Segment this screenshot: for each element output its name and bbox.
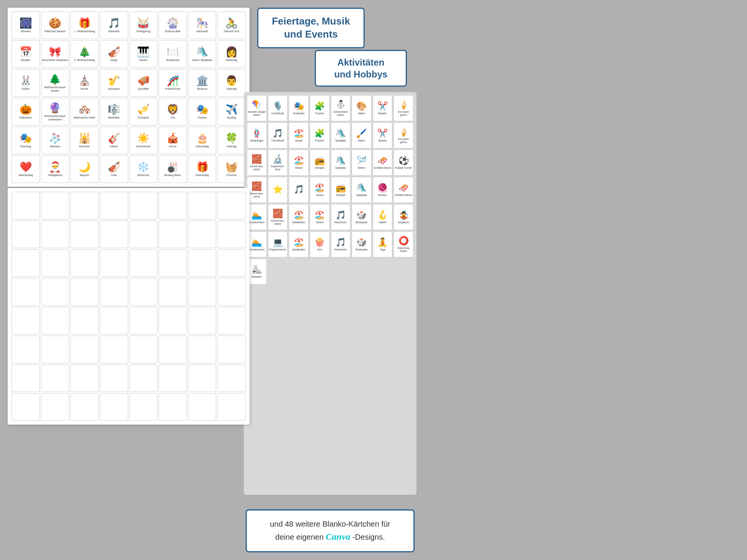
card-icon: 🪗 [137, 75, 149, 87]
blank-cell [41, 307, 69, 334]
act-icon: 🔬 [273, 154, 283, 164]
card-label: Freizeit-Park [165, 87, 180, 91]
card-icon: ✈️ [225, 104, 238, 115]
card-cell: 🔮 Weihnachts-baum schmücken [41, 98, 69, 125]
activity-cell: 💻 Programmieren [268, 231, 288, 257]
card-label: Querflöte [138, 87, 149, 91]
card-icon: 🎸 [108, 132, 120, 144]
activity-cell: ✂️ Basteln [373, 95, 393, 121]
card-label: Klarinette [108, 30, 120, 33]
card-cell: 🎻 Geige [100, 40, 128, 68]
act-icon: 🪢 [251, 128, 262, 138]
card-label: Jahrmarkt [196, 30, 208, 33]
card-label: Halloween [19, 116, 32, 119]
act-icon: 🎙️ [273, 101, 283, 111]
blank-cell [129, 249, 158, 277]
card-cell: ✈️ Ausflug [217, 98, 246, 125]
card-label: Plätzchen backen [45, 30, 66, 33]
blank-cell [129, 192, 158, 219]
blank-cell [129, 278, 158, 306]
card-icon: 🎃 [20, 104, 32, 115]
activity-cell: 🎵 [289, 177, 309, 203]
blank-cell [12, 221, 40, 248]
act-icon: 🎵 [335, 237, 346, 247]
act-icon: 🧶 [377, 183, 388, 193]
card-cell: 🌲 Weihnachts-baum kaufen [41, 69, 69, 97]
canva-brand: Canva [326, 532, 350, 542]
activity-cell: 🎵 Musizieren [331, 204, 351, 230]
blank-cell [188, 249, 216, 277]
card-label: Winterzeit [137, 174, 149, 177]
act-icon: 🛝 [356, 183, 367, 193]
card-label: Fahrrad-Tour [224, 30, 239, 33]
activity-cell: 🛷 Schlitten fahren [373, 150, 393, 176]
blank-cell [129, 336, 158, 363]
card-label: Nikolaus [50, 145, 60, 148]
card-icon: 🌲 [49, 73, 61, 85]
card-cell: 🐰 Ostern [12, 69, 40, 97]
activity-cell: ⛸️ Eislaufen [247, 259, 267, 285]
blank-panel [8, 188, 250, 425]
card-icon: 🎆 [20, 17, 32, 29]
activity-cell: 🛝 Spielplatz [352, 177, 372, 203]
blank-cell [188, 336, 216, 363]
card-label: Indoor Spielplatz [192, 59, 212, 62]
blank-cell [70, 192, 99, 219]
act-label: Chor/Musik [271, 112, 284, 115]
card-label: Silvester [20, 30, 31, 33]
act-label: Yoga [380, 248, 385, 251]
blank-cell [188, 393, 216, 421]
blank-cell [159, 336, 187, 363]
card-label: Museum [197, 87, 207, 91]
blank-cell [41, 249, 69, 277]
activity-cell: 🍦 Eis essen gehen [393, 122, 413, 148]
card-label: Fasching [20, 145, 31, 148]
blank-cell [100, 336, 128, 363]
act-icon: 🍦 [398, 100, 409, 110]
card-label: Vatertag [226, 87, 236, 91]
card-icon: 🌙 [78, 161, 91, 173]
act-label: Klemm-bau-steine [248, 165, 266, 171]
blank-cell [100, 192, 128, 219]
blank-cell [41, 364, 69, 392]
blank-cell [100, 278, 128, 306]
card-icon: 🏛️ [196, 75, 208, 87]
blank-cell [217, 221, 246, 248]
card-cell: 🎹 Klavier [129, 40, 158, 68]
blank-cell [70, 278, 99, 306]
activity-cell: ⭐ [268, 177, 288, 203]
act-label: Drachen steigen lassen [248, 110, 266, 117]
activity-cell: 🧩 Puzzeln [310, 95, 330, 121]
card-icon: 🎺 [137, 104, 149, 115]
blank-cell [70, 221, 99, 248]
card-label: Valentinstag [18, 174, 33, 177]
act-label: Sandkasten [292, 248, 305, 251]
card-cell: 🎻 Cello [100, 155, 128, 183]
blank-cell [217, 307, 246, 334]
blank-grid [12, 192, 246, 421]
blank-cell [129, 393, 158, 421]
act-icon: ⭕ [398, 236, 409, 246]
act-label: Strand [295, 166, 302, 170]
act-label: Strand [295, 139, 302, 142]
blank-cell [217, 336, 246, 363]
card-icon: 🥁 [137, 17, 149, 29]
card-label: Klavier [139, 59, 147, 62]
act-label: Puzzeln [315, 112, 324, 115]
act-label: Eis essen gehen [394, 138, 413, 144]
act-label: Musizieren [335, 221, 347, 224]
blank-cell [217, 393, 246, 421]
card-cell: 🎵 Klarinette [100, 12, 128, 39]
blank-cell [41, 192, 69, 219]
card-label: Ausflug [227, 116, 236, 119]
card-icon: ❄️ [137, 161, 149, 173]
activity-cell: 🎵 Chor/Musik [268, 122, 288, 148]
card-label: 2. Weihnachtstag [74, 59, 95, 62]
act-icon: 🧱 [273, 209, 283, 219]
card-label: Geschenke einpacken [42, 59, 68, 62]
card-icon: 🕌 [78, 132, 91, 144]
card-cell: 🦁 Zoo [159, 98, 187, 125]
act-label: Malen [358, 112, 365, 115]
act-icon: 🏖️ [294, 156, 304, 166]
activity-cell: 🔬 Experiment-ieren [268, 150, 288, 176]
